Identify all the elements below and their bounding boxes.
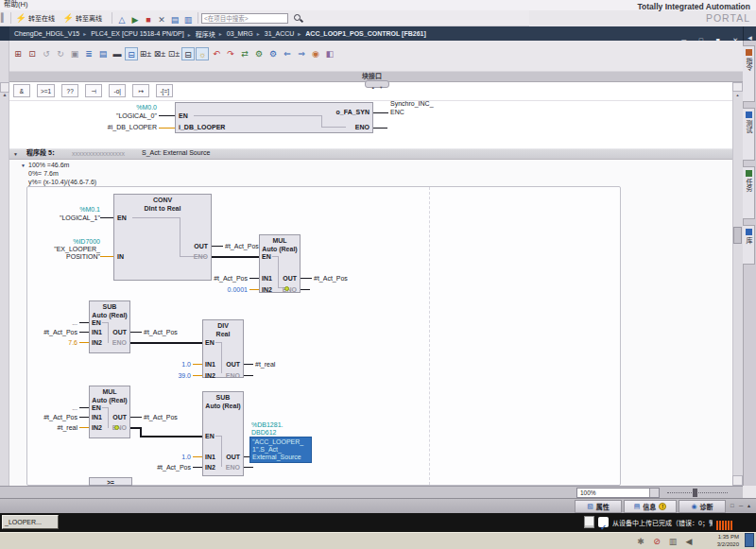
operand-constant[interactable]: 7.6: [68, 339, 77, 347]
fav-negation[interactable]: ⊣: [85, 84, 102, 97]
split-editor-vertical-icon[interactable]: ▥: [181, 13, 195, 26]
breadcrumb-item[interactable]: ACC_LOOP1_POS_CONTROL [FB261]: [298, 30, 425, 37]
fav-and-box[interactable]: &: [13, 84, 30, 97]
go-online-button[interactable]: 转至在线: [28, 13, 55, 23]
operand[interactable]: #t_Act_Pos: [43, 414, 77, 421]
go-to-next-icon[interactable]: ⇒: [295, 47, 308, 60]
network-comments-toggle-icon[interactable]: ⊟: [125, 47, 138, 60]
scrollbar-up-button[interactable]: ▲: [732, 82, 743, 92]
fbd-block-compare-partial[interactable]: >=: [89, 477, 132, 486]
operand[interactable]: "EX_LOOPER_: [54, 246, 100, 253]
consistency-check-icon[interactable]: ⚙: [252, 47, 266, 60]
tray-volume-icon[interactable]: ◀: [682, 535, 696, 548]
toolbar-partial-icon[interactable]: ▍: [1, 11, 8, 25]
monitoring-toggle-icon[interactable]: ◉: [309, 47, 322, 60]
operand[interactable]: "LOGICAL_1": [60, 214, 100, 222]
operand-address[interactable]: DBD612: [251, 429, 276, 437]
add-box-input-remove-icon[interactable]: ⊡±: [167, 47, 180, 60]
operand[interactable]: #t_Act_Pos: [214, 275, 248, 283]
task-card-tasks[interactable]: 任务: [743, 166, 755, 219]
operand-constant[interactable]: 0.0001: [228, 286, 248, 294]
task-card-instructions[interactable]: 指令: [743, 45, 755, 102]
inspector-minimize-button[interactable]: ─: [739, 502, 743, 509]
tab-diagnostics[interactable]: ◉ 诊断: [679, 500, 726, 513]
undo-icon[interactable]: ↺: [40, 47, 53, 60]
network-list-icon[interactable]: ≣: [82, 47, 95, 60]
search-in-project-icon[interactable]: [292, 12, 303, 24]
network-comment[interactable]: 100% =46.6m0%= 7.6my%= (x-10.4)/(46.6-7.…: [28, 161, 96, 186]
operand[interactable]: POSITION": [66, 253, 100, 261]
update-block-calls-icon[interactable]: ⇄: [238, 47, 251, 60]
fav-assignment[interactable]: -[=]: [156, 84, 173, 97]
tray-language-icon[interactable]: ✱: [634, 535, 647, 548]
call-environment-icon[interactable]: ◧: [323, 47, 336, 60]
comment-collapse-icon[interactable]: ▼: [21, 162, 26, 169]
split-editor-horizontal-icon[interactable]: ▤: [168, 13, 181, 26]
task-card-testing[interactable]: 测试: [743, 108, 755, 161]
operand[interactable]: #i_DB_LOOPER: [108, 124, 157, 131]
stop-cpu-icon[interactable]: ■: [142, 13, 155, 26]
operand[interactable]: Synchro_INC_: [390, 100, 434, 108]
operand-constant[interactable]: 1.0: [181, 454, 191, 461]
inspector-collapse-button[interactable]: ▴: [747, 502, 750, 509]
redo-icon[interactable]: ↻: [54, 47, 67, 60]
operand[interactable]: "LOGICAL_0": [116, 112, 157, 120]
breadcrumb-item[interactable]: PLC4_EX [CPU 1518-4 PN/DP]: [83, 30, 183, 37]
scrollbar-down-button[interactable]: ▼: [732, 475, 743, 486]
new-empty-box-icon[interactable]: ⊡: [26, 47, 39, 60]
tab-properties[interactable]: ▧ 属性: [575, 500, 622, 513]
operand-address[interactable]: %M0.0: [136, 104, 157, 112]
operand-address[interactable]: %ID7000: [73, 238, 100, 246]
scrollbar-thumb[interactable]: [733, 227, 742, 244]
pin-editor-icon[interactable]: ▣: [68, 47, 81, 60]
accessible-devices-icon[interactable]: △: [115, 13, 129, 26]
inspector-float-button[interactable]: □: [730, 502, 734, 509]
zoom-dropdown[interactable]: 100% ▼: [576, 488, 660, 498]
breadcrumb-item[interactable]: ChengDe_HDGL_V15: [14, 30, 79, 37]
zoom-slider-thumb[interactable]: [693, 489, 697, 497]
operand-constant[interactable]: 1.0: [181, 361, 191, 369]
fav-negated-input[interactable]: -o|: [109, 84, 126, 97]
fav-empty-box[interactable]: ??: [61, 84, 78, 97]
operand[interactable]: #t_Act_Pos: [225, 243, 259, 250]
interface-splitter[interactable]: ▲ ▼: [365, 80, 389, 88]
add-box-input-immediate-icon[interactable]: ⊠±: [153, 47, 166, 60]
zoom-dropdown-arrow[interactable]: ▼: [649, 489, 659, 497]
collapse-all-networks-icon[interactable]: ▬: [111, 47, 124, 60]
operand[interactable]: #t_real: [58, 424, 77, 432]
selected-operand[interactable]: "ACC_LOOPER_ 1".S_Act_ External_Source: [249, 437, 312, 463]
editor-scrollbar[interactable]: [732, 82, 743, 486]
go-to-previous-icon[interactable]: ⇐: [281, 47, 294, 60]
cross-reference-icon[interactable]: ✕: [155, 13, 168, 26]
zoom-slider-track[interactable]: [667, 492, 728, 493]
expand-all-networks-icon[interactable]: ▤: [96, 47, 110, 60]
network-number-label[interactable]: 程序段 5：: [26, 149, 59, 157]
fav-branch[interactable]: ↦: [132, 84, 149, 97]
menu-help[interactable]: 帮助(H): [4, 1, 27, 9]
breadcrumb-item[interactable]: 03_MRG: [219, 30, 253, 37]
show-desktop-button[interactable]: [745, 533, 754, 547]
tab-info[interactable]: ▤ 信息 !: [624, 500, 677, 513]
previous-error-icon[interactable]: ↶: [210, 47, 223, 60]
show-operand-display-icon[interactable]: ⊟: [181, 47, 195, 60]
network-title[interactable]: S_Act: External Source: [142, 149, 210, 157]
breadcrumb-item[interactable]: 31_ACCU: [257, 30, 295, 37]
operand[interactable]: #t_Act_Pos: [314, 275, 348, 283]
fav-or-box[interactable]: >=1: [37, 84, 55, 97]
operand-constant[interactable]: 39.0: [178, 372, 191, 380]
document-icon[interactable]: [584, 516, 594, 528]
add-box-input-icon[interactable]: ⊞±: [139, 47, 152, 60]
search-input[interactable]: [201, 13, 288, 24]
operand[interactable]: #t_Act_Pos: [157, 464, 191, 472]
tray-network-icon[interactable]: ▥: [666, 535, 679, 548]
operand-address[interactable]: %M0.1: [79, 206, 100, 214]
compile-block-icon[interactable]: ⚙: [266, 47, 280, 60]
operand-address[interactable]: %DB1281.: [251, 421, 283, 429]
operand[interactable]: #t_Act_Pos: [43, 329, 77, 336]
fbd-block-div[interactable]: DIV Real: [202, 319, 244, 378]
operand[interactable]: #t_Act_Pos: [144, 414, 178, 421]
network-collapse-icon[interactable]: ▼: [13, 150, 18, 158]
operand[interactable]: #t_Act_Pos: [144, 329, 178, 336]
task-card-libraries[interactable]: 库: [743, 225, 755, 265]
tray-notification-icon[interactable]: ⊘: [650, 535, 663, 548]
